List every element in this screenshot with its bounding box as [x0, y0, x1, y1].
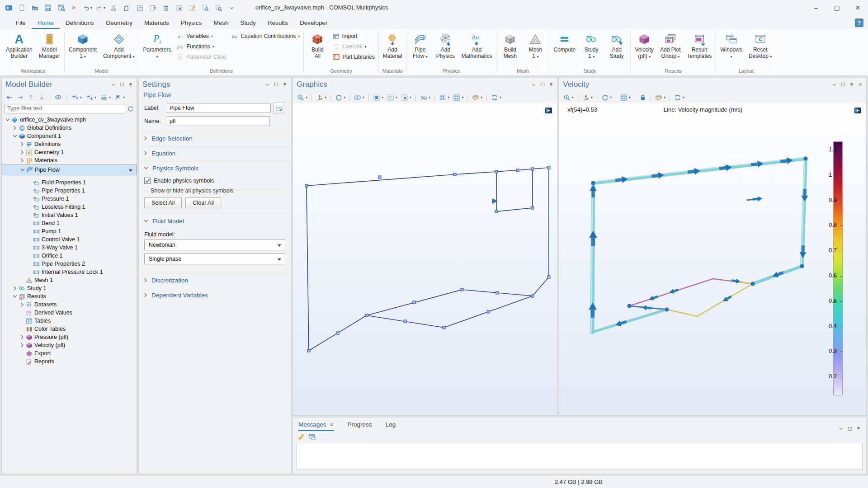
velocity-pfl-button[interactable]: Velocity(pfl) ▾	[632, 30, 657, 60]
build-all-button[interactable]: BuildAll	[305, 30, 330, 59]
menu-tab-geometry[interactable]: Geometry	[100, 17, 138, 29]
study-1-button[interactable]: Study1 ▾	[579, 30, 604, 60]
panel-maximize-icon[interactable]	[274, 82, 278, 87]
add-physics-button[interactable]: AddPhysics	[433, 30, 458, 59]
tree-item-pressure-1[interactable]: DPressure 1	[2, 195, 137, 203]
tree-item-pipe-properties-2[interactable]: Pipe Properties 2	[2, 260, 137, 268]
panel-maximize-icon[interactable]	[848, 427, 852, 431]
panel-pin-icon[interactable]	[856, 426, 861, 431]
copy-icon[interactable]	[122, 3, 132, 13]
eye-icon[interactable]	[53, 93, 63, 102]
part-libraries-button[interactable]: Part Libraries	[333, 52, 374, 61]
section-equation[interactable]: Equation	[139, 146, 291, 160]
tree-item-reports[interactable]: Reports	[2, 357, 137, 366]
messages-content[interactable]	[297, 443, 863, 470]
panel-menu-icon[interactable]	[531, 82, 536, 87]
panel-pin-icon[interactable]	[128, 82, 133, 87]
tree-item-component-1[interactable]: Component 1	[2, 132, 137, 140]
sel-pointer-icon[interactable]: ▾	[400, 93, 413, 102]
collapse-icon[interactable]	[12, 134, 18, 138]
expand-icon[interactable]	[19, 158, 25, 163]
rotate-icon[interactable]: ▾	[334, 93, 347, 102]
add-plot-group-button[interactable]: Add PlotGroup ▾	[657, 30, 684, 60]
tree-item-study-1[interactable]: Study 1	[2, 284, 137, 292]
parameters-button[interactable]: PiParameters ▾	[140, 30, 175, 60]
play-icon[interactable]	[69, 3, 79, 13]
palette-icon[interactable]: ▾	[654, 93, 667, 102]
tree-item-export[interactable]: Export	[2, 349, 137, 357]
model-manager-button[interactable]: ModelManager	[36, 30, 63, 59]
tree-item-materials[interactable]: Materials	[2, 156, 137, 164]
grid-icon[interactable]: ▾	[619, 93, 632, 102]
zoom-selected-icon[interactable]	[200, 3, 210, 13]
close-button[interactable]: ✕	[847, 0, 868, 15]
duplicate-icon[interactable]	[148, 3, 158, 13]
name-input[interactable]	[167, 116, 270, 126]
panel-maximize-icon[interactable]	[540, 82, 545, 87]
import-button[interactable]: Import	[333, 32, 374, 41]
tab-progress[interactable]: Progress	[348, 421, 372, 431]
collapse-icon[interactable]	[5, 118, 10, 122]
tree-item-fluid-properties-1[interactable]: DFluid Properties 1	[2, 178, 137, 187]
add-component-button[interactable]: AddComponent ▾	[100, 30, 137, 60]
tree-item-mesh-1[interactable]: Mesh 1	[2, 276, 137, 284]
pipe-flow-button[interactable]: PipeFlow ▾	[407, 30, 433, 60]
result-templates-button[interactable]: ResultTemplates	[684, 30, 715, 59]
expand-icon[interactable]	[19, 335, 25, 339]
section-discretization[interactable]: Discretization	[139, 273, 291, 287]
add-study-button[interactable]: AddStudy	[604, 30, 629, 59]
clear-all-button[interactable]: Clear All	[185, 197, 221, 208]
open-icon[interactable]	[30, 3, 40, 13]
transparency-icon[interactable]: ▾	[419, 93, 432, 102]
panel-maximize-icon[interactable]	[841, 82, 845, 87]
tab-log[interactable]: Log	[386, 421, 396, 431]
section-fluid-model[interactable]: Fluid Model	[139, 214, 291, 228]
fluid-model-select[interactable]: Newtonian	[144, 239, 285, 250]
tree-item-control-valve-1[interactable]: Control Valve 1	[2, 235, 137, 244]
panel-menu-icon[interactable]	[111, 82, 116, 87]
windows-button[interactable]: Windows ▾	[717, 30, 745, 60]
new-file-icon[interactable]	[17, 3, 27, 13]
tree-item-datasets[interactable]: Datasets	[2, 300, 137, 309]
maximize-button[interactable]: ▢	[826, 0, 847, 15]
expand-icon[interactable]	[19, 150, 25, 155]
tree-item-global-definitions[interactable]: Global Definitions	[2, 124, 137, 132]
functions-button[interactable]: f(x)Functions▾	[177, 42, 226, 51]
palette-icon[interactable]: ▾	[471, 93, 484, 102]
tree-item-internal-pressure-lock-1[interactable]: Internal Pressure Lock 1	[2, 268, 137, 276]
tree-item-pump-1[interactable]: Pump 1	[2, 227, 137, 235]
sel-dashed-icon[interactable]: ▾	[386, 93, 399, 102]
redo-icon[interactable]: ▾	[95, 3, 105, 13]
menu-tab-definitions[interactable]: Definitions	[60, 17, 100, 29]
save-icon[interactable]	[43, 3, 53, 13]
view-pill-icon[interactable]: ▾	[353, 93, 366, 102]
menu-tab-study[interactable]: Study	[234, 17, 262, 29]
select-all-button[interactable]: Select All	[144, 197, 182, 208]
refresh-icon[interactable]: ▾	[490, 93, 503, 102]
select-frame-icon[interactable]	[174, 3, 184, 13]
tree-item-definitions[interactable]: Definitions	[2, 140, 137, 148]
graphics-canvas[interactable]	[293, 103, 557, 415]
axes-icon[interactable]: ▾	[315, 93, 328, 102]
phase-select[interactable]: Single phase	[144, 253, 285, 264]
scene3d-icon[interactable]: ▾	[438, 93, 451, 102]
refresh-icon[interactable]: ▾	[673, 93, 686, 102]
help-button[interactable]: ?	[855, 19, 863, 27]
add-material-button[interactable]: AddMaterial	[380, 30, 406, 59]
zoom-ext-icon[interactable]: ▾	[562, 93, 575, 102]
tree-item-tables[interactable]: Tables	[2, 317, 137, 325]
clear-messages-icon[interactable]	[297, 433, 304, 440]
sel-filled-icon[interactable]: ▾	[372, 93, 385, 102]
pin-flag-icon[interactable]: ▾	[113, 93, 126, 102]
panel-close-icon[interactable]	[858, 82, 863, 87]
velocity-canvas[interactable]: xf(54)=0.53 Line: Velocity magnitude (m/…	[559, 103, 866, 415]
panel-menu-icon[interactable]	[265, 82, 270, 87]
panel-menu-icon[interactable]	[832, 82, 837, 87]
tree-item-color-tables[interactable]: Color Tables	[2, 325, 137, 333]
menu-tab-materials[interactable]: Materials	[138, 17, 175, 29]
panel-menu-icon[interactable]	[839, 426, 844, 431]
tree-item-geometry-1[interactable]: AGeometry 1	[2, 148, 137, 156]
tree-item-orifice-cv-3wayvalve-mph[interactable]: orifice_cv_3wayvalve.mph	[2, 116, 137, 124]
zoom-box-icon[interactable]	[213, 3, 223, 13]
application-builder-button[interactable]: AApplicationBuilder	[3, 30, 36, 59]
